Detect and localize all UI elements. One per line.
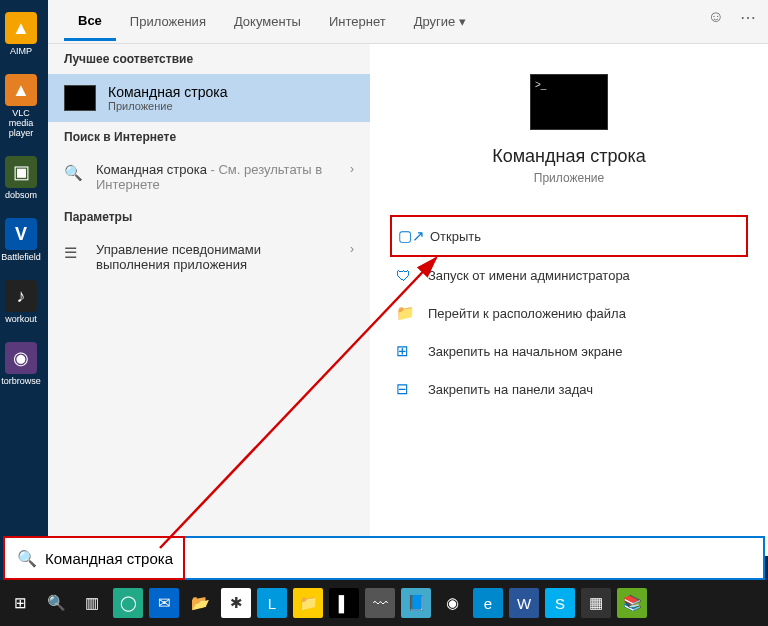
files-icon[interactable]: 📂	[185, 588, 215, 618]
browser-icon[interactable]: ◯	[113, 588, 143, 618]
desktop-icon[interactable]: VBattlefield	[0, 218, 42, 262]
task-view-icon[interactable]: ▥	[77, 588, 107, 618]
tab-internet[interactable]: Интернет	[315, 4, 400, 39]
cmd-icon[interactable]: ▌	[329, 588, 359, 618]
settings-item[interactable]: ☰ Управление псевдонимами выполнения при…	[48, 232, 370, 282]
image-icon: ▣	[5, 156, 37, 188]
tor-icon: ◉	[5, 342, 37, 374]
feedback-icon[interactable]: ☺	[708, 8, 724, 27]
start-button[interactable]: ⊞	[5, 588, 35, 618]
desktop-icon[interactable]: ▲AIMP	[0, 12, 42, 56]
tab-all[interactable]: Все	[64, 3, 116, 41]
app-icon[interactable]: L	[257, 588, 287, 618]
windows-search-panel: Все Приложения Документы Интернет Другие…	[48, 0, 768, 556]
desktop-icon[interactable]: ♪workout	[0, 280, 42, 324]
sublime-icon[interactable]: ▦	[581, 588, 611, 618]
action-pin-taskbar[interactable]: ⊟ Закрепить на панели задач	[390, 370, 748, 408]
action-open[interactable]: ▢↗ Открыть	[390, 215, 748, 257]
cmd-icon	[64, 85, 96, 111]
app-icon[interactable]: 〰	[365, 588, 395, 618]
preview-title: Командная строка	[492, 146, 646, 167]
action-pin-start[interactable]: ⊞ Закрепить на начальном экране	[390, 332, 748, 370]
aimp-icon: ▲	[5, 12, 37, 44]
pin-start-icon: ⊞	[396, 342, 414, 360]
web-search-header: Поиск в Интернете	[48, 122, 370, 152]
shield-icon: 🛡	[396, 267, 414, 284]
search-input[interactable]	[45, 550, 755, 567]
search-icon: 🔍	[64, 164, 84, 182]
edge-icon[interactable]: e	[473, 588, 503, 618]
chevron-right-icon: ›	[350, 242, 354, 256]
open-icon: ▢↗	[398, 227, 416, 245]
best-match-subtitle: Приложение	[108, 100, 227, 112]
desktop-icon[interactable]: ▣dobsom	[0, 156, 42, 200]
chrome-icon[interactable]: ◉	[437, 588, 467, 618]
best-match-header: Лучшее соответствие	[48, 44, 370, 74]
music-icon: ♪	[5, 280, 37, 312]
explorer-icon[interactable]: 📁	[293, 588, 323, 618]
search-tabs: Все Приложения Документы Интернет Другие…	[48, 0, 768, 44]
word-icon[interactable]: W	[509, 588, 539, 618]
actions-list: ▢↗ Открыть 🛡 Запуск от имени администрат…	[370, 215, 768, 408]
best-match-item[interactable]: Командная строка Приложение	[48, 74, 370, 122]
desktop-icons-column: ▲AIMP ▲VLC media player ▣dobsom VBattlef…	[0, 0, 48, 580]
desktop-icon[interactable]: ◉torbrowse	[0, 342, 42, 386]
results-column: Лучшее соответствие Командная строка При…	[48, 44, 370, 556]
tab-apps[interactable]: Приложения	[116, 4, 220, 39]
preview-subtitle: Приложение	[534, 171, 604, 185]
tab-documents[interactable]: Документы	[220, 4, 315, 39]
search-icon: 🔍	[17, 549, 37, 568]
best-match-title: Командная строка	[108, 84, 227, 100]
folder-icon: 📁	[396, 304, 414, 322]
mail-icon[interactable]: ✉	[149, 588, 179, 618]
game-icon: V	[5, 218, 37, 250]
options-icon[interactable]: ⋯	[740, 8, 756, 27]
taskbar-search-icon[interactable]: 🔍	[41, 588, 71, 618]
sliders-icon: ☰	[64, 244, 84, 262]
tab-more[interactable]: Другие ▾	[400, 4, 480, 39]
parameters-header: Параметры	[48, 202, 370, 232]
winrar-icon[interactable]: 📚	[617, 588, 647, 618]
skype-icon[interactable]: S	[545, 588, 575, 618]
vlc-icon: ▲	[5, 74, 37, 106]
desktop-icon[interactable]: ▲VLC media player	[0, 74, 42, 138]
preview-column: Командная строка Приложение ▢↗ Открыть 🛡…	[370, 44, 768, 556]
action-run-as-admin[interactable]: 🛡 Запуск от имени администратора	[390, 257, 748, 294]
app-thumbnail	[530, 74, 608, 130]
app-icon[interactable]: ✱	[221, 588, 251, 618]
reader-icon[interactable]: 📘	[401, 588, 431, 618]
pin-taskbar-icon: ⊟	[396, 380, 414, 398]
web-search-item[interactable]: 🔍 Командная строка - См. результаты в Ин…	[48, 152, 370, 202]
chevron-right-icon: ›	[350, 162, 354, 176]
taskbar: ⊞ 🔍 ▥ ◯ ✉ 📂 ✱ L 📁 ▌ 〰 📘 ◉ e W S ▦ 📚	[0, 580, 768, 626]
action-open-location[interactable]: 📁 Перейти к расположению файла	[390, 294, 748, 332]
search-box[interactable]: 🔍	[3, 536, 765, 580]
